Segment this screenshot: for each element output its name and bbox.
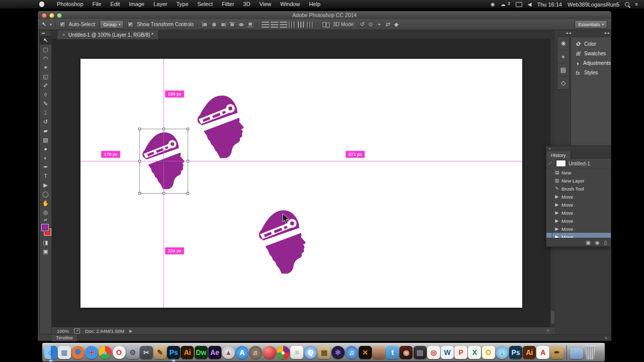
share-icon[interactable]: ↗ (74, 328, 80, 334)
dock-opera[interactable]: O (112, 344, 126, 361)
transform-handle[interactable] (138, 160, 141, 162)
dock-utilities[interactable]: ✂ (139, 344, 153, 361)
dock-stationery[interactable]: ✎ (153, 344, 167, 361)
dock-powerpoint[interactable]: P (454, 344, 468, 361)
tool-preset-caret-icon[interactable]: ▾ (50, 23, 52, 27)
history-source-gutter[interactable] (546, 185, 552, 193)
3d-scale-icon[interactable]: ◆ (392, 21, 400, 28)
tool-history-brush[interactable]: ↺ (40, 117, 51, 126)
quick-mask-mode-button[interactable]: ◨ (40, 238, 51, 247)
3d-rotate-icon[interactable]: ↺ (358, 21, 366, 28)
distribute-horizontal-centers-icon[interactable] (298, 22, 305, 28)
history-state-row[interactable]: ▶ Move (546, 193, 611, 201)
tool-zoom[interactable]: ◎ (40, 208, 51, 217)
dock-garageband[interactable]: ♬ (249, 344, 263, 361)
panel-tab-color[interactable]: ✿Color (571, 39, 611, 49)
tool-move[interactable]: ↖ (40, 36, 51, 45)
delete-state-icon[interactable]: ▯ (604, 240, 607, 245)
tool-presets-icon[interactable]: ⌖ (557, 50, 569, 63)
menu-item[interactable]: Photoshop (52, 0, 88, 9)
dock-excel[interactable]: X (468, 344, 481, 361)
menu-item[interactable]: Window (276, 0, 304, 9)
dock-web-download[interactable]: ↓ (495, 344, 509, 361)
transform-handle[interactable] (187, 192, 189, 195)
distribute-right-edges-icon[interactable] (307, 22, 314, 28)
foreground-color-well[interactable] (41, 224, 49, 231)
dock-system-preferences[interactable]: ⚙ (126, 344, 139, 361)
transform-handle[interactable] (163, 128, 165, 130)
history-state-row[interactable]: ▶ Move (546, 217, 611, 225)
dock-picasa[interactable]: ● (276, 344, 290, 361)
distribute-left-edges-icon[interactable] (289, 22, 296, 28)
dock-divider[interactable] (564, 344, 570, 361)
dock-dreamweaver-cc[interactable]: Dw (194, 344, 208, 361)
history-source-gutter[interactable] (546, 168, 552, 176)
auto-align-layers-icon[interactable] (322, 22, 330, 28)
show-transform-controls-checkbox[interactable]: ✓ (127, 22, 133, 28)
dock-quilt[interactable]: ▦ (317, 344, 331, 361)
spotlight-search-icon[interactable] (625, 2, 629, 7)
window-title-bar[interactable]: Adobe Photoshop CC 2014 (38, 11, 611, 20)
history-source-gutter[interactable] (546, 176, 552, 185)
dock-photoshop-cs[interactable]: Ps (509, 344, 522, 361)
menu-item[interactable]: Image (124, 0, 149, 9)
status-options-caret-icon[interactable]: ▶ (129, 329, 132, 333)
notification-center-icon[interactable]: ≡ (635, 0, 638, 9)
transform-handle[interactable] (138, 128, 141, 130)
history-state-row[interactable]: ✎ Brush Tool (546, 185, 611, 193)
align-right-edges-icon[interactable] (219, 22, 227, 28)
dock-portrait-photo[interactable] (372, 344, 386, 361)
history-source-gutter[interactable] (546, 209, 552, 217)
menu-item[interactable]: Edit (106, 0, 124, 9)
distribute-vertical-centers-icon[interactable] (271, 22, 278, 28)
close-document-icon[interactable]: × (62, 32, 65, 38)
3d-slide-icon[interactable]: ⇄ (384, 21, 391, 28)
menu-item[interactable]: File (88, 0, 106, 9)
new-document-from-state-icon[interactable]: ▣ (586, 240, 590, 245)
dock-shelf[interactable]: ▤ (413, 344, 427, 361)
history-state-row[interactable]: ▤ New (546, 168, 611, 176)
tool-brush[interactable]: ✎ (40, 99, 51, 108)
dock-candy-apple[interactable] (263, 344, 276, 361)
dock-acrobat[interactable]: A (536, 344, 550, 361)
3d-drag-icon[interactable]: + (375, 21, 383, 28)
collapse-panels-icon[interactable]: ◄◄ (603, 31, 609, 35)
tool-eyedropper[interactable]: ✐ (40, 81, 51, 90)
menu-item[interactable]: Filter (217, 0, 238, 9)
dock-preview[interactable]: ▦ (57, 344, 71, 361)
menu-item[interactable]: Type (172, 0, 193, 9)
workspace-switcher[interactable]: Essentials ▾ (575, 20, 607, 29)
menu-item[interactable]: Select (193, 0, 217, 9)
timeline-tab[interactable]: Timeline (52, 335, 77, 341)
dock-firefox[interactable] (71, 344, 85, 361)
history-state-row[interactable]: ▶ Move (546, 201, 611, 209)
tool-eraser[interactable]: ▰ (40, 126, 51, 135)
document-canvas[interactable]: 199 px 170 px 971 px 334 px (80, 59, 522, 308)
display-icon[interactable] (516, 2, 522, 7)
canvas-pasteboard[interactable]: 199 px 170 px 971 px 334 px (52, 39, 550, 327)
panel-tab-swatches[interactable]: ⊞Swatches (571, 49, 611, 58)
tool-crop[interactable]: ◱ (40, 72, 51, 81)
tool-lasso[interactable]: ◠ (40, 54, 51, 63)
history-panel-close-icon[interactable]: × (546, 146, 611, 151)
new-snapshot-icon[interactable]: ◉ (595, 240, 600, 245)
tool-hand[interactable]: ✋ (40, 199, 51, 208)
history-source-gutter[interactable] (546, 217, 552, 225)
tool-pen[interactable]: ✒ (40, 162, 51, 171)
dock-safari[interactable]: ✦ (85, 344, 99, 361)
minimize-window-button[interactable] (49, 13, 54, 18)
transform-handle[interactable] (187, 128, 189, 130)
tool-clone-stamp[interactable]: ⌶ (40, 108, 51, 117)
dock-outlook[interactable]: O (481, 344, 495, 361)
dock-launchpad-rocket[interactable]: ▲ (221, 344, 235, 361)
3d-roll-icon[interactable]: ⊙ (367, 21, 374, 28)
timeline-menu-icon[interactable]: ≡ (605, 335, 607, 340)
menu-item[interactable]: View (255, 0, 276, 9)
dock-target-white[interactable]: ◎ (427, 344, 440, 361)
dock-art-studio[interactable]: ✒ (550, 344, 564, 361)
align-vertical-centers-icon[interactable] (237, 22, 245, 28)
transform-handle[interactable] (187, 160, 189, 162)
volume-icon[interactable]: ◀ (528, 0, 532, 9)
align-horizontal-centers-icon[interactable] (210, 22, 218, 28)
collapse-panels-icon[interactable]: ◄◄ (565, 31, 571, 35)
